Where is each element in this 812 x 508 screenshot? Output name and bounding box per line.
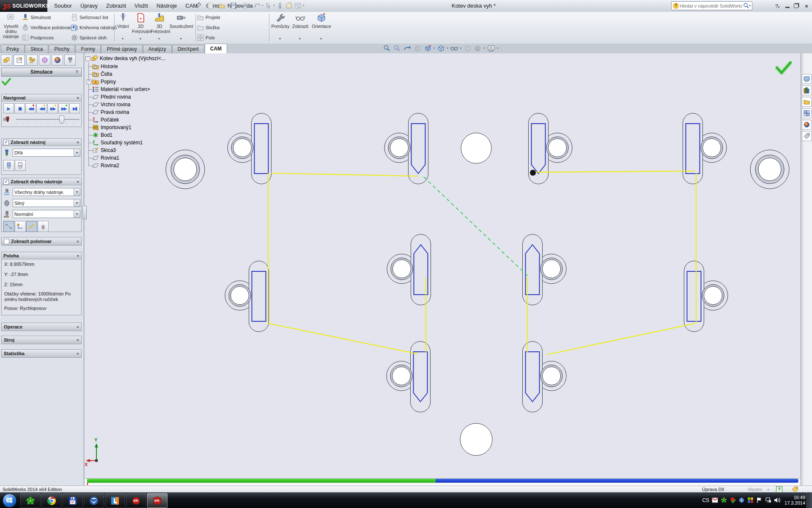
tray-network-icon[interactable] xyxy=(765,497,771,503)
restore-button[interactable] xyxy=(794,2,798,10)
open-icon[interactable] xyxy=(218,1,226,10)
properties-icon[interactable] xyxy=(285,1,293,10)
taskbar-icq-button[interactable] xyxy=(20,493,41,508)
tool-display-select[interactable]: Dřík▼ xyxy=(13,149,80,157)
zoom-area-icon[interactable] xyxy=(393,44,401,52)
timeline-cursor[interactable] xyxy=(87,483,88,485)
select-icon[interactable] xyxy=(265,1,272,10)
expand-icon[interactable]: « xyxy=(76,352,80,355)
pause-button[interactable]: ▮▮ xyxy=(14,103,25,113)
display-button[interactable]: Zobrazit ▾ xyxy=(291,13,310,29)
show-toolpath-checkbox[interactable]: ✓ xyxy=(3,179,9,185)
show-points-toggle[interactable] xyxy=(3,221,14,232)
menu-item[interactable]: Nástroje xyxy=(152,0,181,12)
prev-operation-button[interactable]: ◀◀ xyxy=(36,103,47,113)
search-dropdown[interactable]: ▾ xyxy=(749,4,751,8)
feature-tree-item[interactable]: Rovina1 xyxy=(85,154,150,162)
tray-gmail-icon[interactable] xyxy=(712,497,718,503)
milling-2d-button[interactable]: 2D Frézování ▾ xyxy=(132,13,150,34)
play-button[interactable]: ▶ xyxy=(3,103,14,113)
start-button[interactable] xyxy=(3,494,16,508)
feature-tree-item[interactable]: Vrchní rovina xyxy=(85,101,150,108)
close-button[interactable]: × xyxy=(803,3,810,9)
taskbar-docs-app-button[interactable] xyxy=(105,493,125,508)
show-plunge-toggle[interactable] xyxy=(38,221,49,232)
viewport-svg[interactable]: YX xyxy=(85,53,801,478)
tray-icq-icon[interactable] xyxy=(721,497,727,503)
command-tab[interactable]: Analýzy xyxy=(143,45,172,53)
show-endpoints-toggle[interactable] xyxy=(15,221,26,232)
expand-icon[interactable]: « xyxy=(76,326,80,328)
appearances-icon[interactable] xyxy=(464,44,472,52)
dropdown-arrow-icon[interactable]: ▼ xyxy=(74,210,80,218)
dropdown-arrow-icon[interactable]: ▼ xyxy=(74,188,80,196)
tab-property-manager-icon[interactable] xyxy=(14,55,25,66)
tools-utilities-button[interactable]: Pomůcky ▾ xyxy=(271,13,290,29)
speed-slider-thumb[interactable] xyxy=(59,116,64,124)
command-tab[interactable]: Formy xyxy=(75,45,101,53)
rotate-view-icon[interactable] xyxy=(403,44,411,52)
feature-tree-item[interactable]: Rovina2 xyxy=(85,162,150,169)
expand-box-icon[interactable] xyxy=(87,80,91,84)
tab-appearances-icon[interactable] xyxy=(52,55,63,66)
expand-icon[interactable]: « xyxy=(76,240,80,243)
collapse-icon[interactable]: « xyxy=(76,254,81,257)
feature-tree-item[interactable]: Bod1 xyxy=(85,131,150,139)
operations-header[interactable]: Operace« xyxy=(1,323,82,331)
help-button[interactable]: ?▾ xyxy=(774,3,781,9)
command-tab[interactable]: Prvky xyxy=(1,45,25,53)
orientation-button[interactable]: Orientace ▾ xyxy=(310,13,332,29)
scene-icon[interactable] xyxy=(474,44,482,52)
job-manager-button[interactable]: Správce úloh xyxy=(71,34,113,41)
feature-tree-root[interactable]: − Kotev deska vyh (Výchozí<... xyxy=(85,55,225,62)
speed-slider-track[interactable] xyxy=(16,119,80,120)
taskbar-save-app-button[interactable] xyxy=(63,493,83,508)
view-orientation-icon[interactable] xyxy=(423,44,432,52)
hide-show-items-icon[interactable] xyxy=(450,44,458,52)
search-input[interactable] xyxy=(679,3,743,9)
show-tool-checkbox[interactable]: ✓ xyxy=(3,140,9,145)
drilling-button[interactable]: Vrtání ▾ xyxy=(115,13,131,29)
open-dropdown[interactable]: ▾ xyxy=(227,4,229,7)
print-icon[interactable] xyxy=(241,1,249,10)
milling-3d-button[interactable]: 3D Frézování ▾ xyxy=(151,13,168,34)
statistics-header[interactable]: Statistika« xyxy=(1,349,82,358)
display-mode-select[interactable]: Normální▼ xyxy=(13,210,80,218)
save-icon[interactable] xyxy=(230,1,237,10)
create-toolpath-button[interactable]: Vytvořit dráhu nástroje xyxy=(1,13,21,39)
tab-feature-tree-icon[interactable] xyxy=(1,55,12,66)
machine-header[interactable]: Stroj« xyxy=(1,336,82,344)
taskbar-thunderbird-button[interactable] xyxy=(84,493,104,508)
tab-configuration-icon[interactable] xyxy=(26,55,38,66)
tools-dropdown[interactable]: ▾ xyxy=(279,36,281,41)
feature-tree-item[interactable]: Pravá rovina xyxy=(85,108,150,116)
milling-2d-dropdown[interactable]: ▾ xyxy=(140,36,141,41)
command-tab[interactable]: Plochy xyxy=(49,45,75,53)
show-rapids-toggle[interactable] xyxy=(26,221,37,232)
command-tab[interactable]: DimXpert xyxy=(172,45,204,53)
zoom-fit-icon[interactable] xyxy=(383,44,391,52)
options-list-icon[interactable] xyxy=(294,1,302,10)
status-help-icon[interactable]: ? xyxy=(776,486,782,493)
dropdown-arrow-icon[interactable]: ▼ xyxy=(74,149,80,156)
save-dropdown[interactable]: ▾ xyxy=(239,4,240,7)
step-back-button[interactable]: ◀◀ xyxy=(25,103,36,113)
pin-menu-icon[interactable] xyxy=(195,2,202,9)
taskbar-clock[interactable]: 16:49 17.3.2014 xyxy=(785,495,805,506)
new-document-icon[interactable] xyxy=(206,1,214,10)
view-settings-icon[interactable] xyxy=(487,44,495,52)
panel-splitter[interactable] xyxy=(82,206,87,219)
feature-tree-item[interactable]: Počátek xyxy=(85,116,150,124)
section-view-icon[interactable] xyxy=(413,44,422,52)
select-dropdown[interactable]: ▾ xyxy=(274,4,275,7)
tool-library-button[interactable]: Knihovna nástrojů xyxy=(71,24,113,31)
milling-3d-dropdown[interactable]: ▾ xyxy=(158,36,160,41)
drilling-dropdown[interactable]: ▾ xyxy=(122,36,123,41)
setup-sheet-button[interactable]: Seřizovací list xyxy=(71,14,113,21)
file-explorer-icon[interactable] xyxy=(802,97,812,107)
graphics-area[interactable]: YX − Kotev deska vyh (Výchozí<... Histor… xyxy=(85,53,801,478)
show-stock-checkbox[interactable] xyxy=(4,239,9,244)
project-button[interactable]: Projekt xyxy=(197,14,224,21)
solidworks-resources-icon[interactable] xyxy=(802,74,812,84)
display-state-dropdown[interactable]: Vlastní xyxy=(748,487,762,492)
